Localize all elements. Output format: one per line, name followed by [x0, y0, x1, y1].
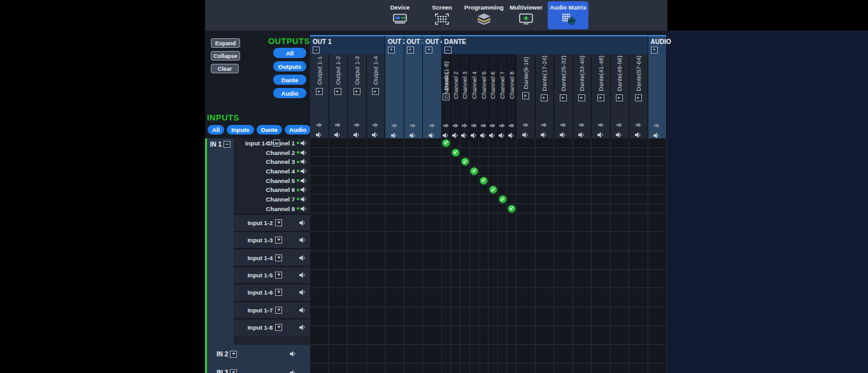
row-mute-speaker-icon[interactable]: [299, 237, 306, 243]
row-mute-speaker-icon[interactable]: [301, 150, 308, 156]
expand-box-icon[interactable]: +: [372, 88, 379, 95]
row-mute-speaker-icon[interactable]: [299, 255, 306, 261]
column-mute-speaker-icon[interactable]: [522, 132, 529, 138]
connection-check-icon[interactable]: ✓: [499, 195, 507, 203]
expand-box-icon[interactable]: +: [560, 94, 567, 101]
row-channel-4[interactable]: Channel 4: [234, 166, 310, 176]
inputs-filter-audio[interactable]: Audio: [285, 125, 311, 135]
row-group-in-2[interactable]: IN 2+: [205, 345, 310, 363]
column-header-channel-2[interactable]: Channel 2: [451, 54, 460, 138]
column-mute-speaker-icon[interactable]: [489, 133, 496, 138]
expand-box-icon[interactable]: +: [541, 94, 548, 101]
connection-check-icon[interactable]: ✓: [508, 205, 516, 213]
tab-programming[interactable]: Programming: [464, 1, 504, 29]
row-channel-6[interactable]: Channel 6: [234, 185, 310, 194]
expand-box-icon[interactable]: +: [651, 47, 658, 54]
column-header-dante-9-16-[interactable]: +Dante(9-16): [516, 54, 536, 138]
expand-box-icon[interactable]: +: [230, 351, 237, 358]
collapse-box-icon[interactable]: −: [445, 47, 452, 54]
row-input-1-4[interactable]: Input 1-4+: [234, 248, 310, 265]
connection-check-icon[interactable]: ✓: [452, 149, 460, 157]
row-channel-7[interactable]: Channel 7: [234, 194, 310, 204]
matrix-body[interactable]: ✓✓✓✓✓✓✓✓: [310, 138, 667, 373]
connection-check-icon[interactable]: ✓: [470, 167, 478, 175]
collapse-box-icon[interactable]: −: [313, 47, 320, 54]
row-mute-speaker-icon[interactable]: [299, 289, 306, 295]
expand-box-icon[interactable]: +: [275, 219, 282, 226]
column-mute-speaker-icon[interactable]: [452, 133, 459, 138]
row-mute-speaker-icon[interactable]: [301, 178, 308, 184]
column-header-channel-7[interactable]: Channel 7: [498, 54, 508, 138]
row-input-1-7[interactable]: Input 1-7+: [234, 301, 310, 318]
column-header-channel-8[interactable]: Channel 8: [507, 54, 516, 138]
expand-button[interactable]: Expand: [211, 38, 240, 48]
row-mute-speaker-icon[interactable]: [290, 351, 297, 357]
collapse-box-icon[interactable]: −: [443, 93, 450, 100]
column-group-header-out-2[interactable]: OUT 2+: [385, 35, 404, 54]
expand-box-icon[interactable]: +: [353, 88, 360, 95]
column-mute-speaker-icon[interactable]: [499, 133, 506, 138]
column-group-header-out-3[interactable]: OUT 3+: [404, 35, 423, 54]
collapse-box-icon[interactable]: −: [224, 141, 231, 148]
expand-box-icon[interactable]: +: [597, 94, 604, 101]
row-mute-speaker-icon[interactable]: [299, 307, 306, 313]
row-input-1-6[interactable]: Input 1-6+: [234, 283, 310, 300]
column-header-output-1-1[interactable]: +Output 1-1: [310, 54, 329, 138]
column-mute-speaker-icon[interactable]: [334, 132, 341, 138]
outputs-filter-outputs[interactable]: Outputs: [273, 61, 306, 71]
column-mute-speaker-icon[interactable]: [653, 133, 660, 138]
row-mute-speaker-icon[interactable]: [301, 187, 308, 193]
expand-box-icon[interactable]: +: [425, 47, 432, 54]
outputs-filter-audio[interactable]: Audio: [273, 88, 306, 98]
dante-subgroup-header[interactable]: −Dante(1-8): [442, 55, 452, 101]
row-channel-5[interactable]: Channel 5: [234, 176, 310, 186]
column-header-dante-33-40-[interactable]: +Dante(33-40): [573, 54, 592, 138]
inputs-filter-dante[interactable]: Dante: [257, 125, 282, 135]
expand-box-icon[interactable]: +: [578, 94, 585, 101]
column-header-channel-6[interactable]: Channel 6: [488, 54, 498, 138]
column-header[interactable]: [423, 54, 442, 138]
collapse-button[interactable]: Collapse: [211, 51, 240, 61]
column-header-dante-49-56-[interactable]: +Dante(49-56): [611, 54, 630, 138]
row-input-1-2[interactable]: Input 1-2+: [234, 214, 310, 231]
connection-check-icon[interactable]: ✓: [461, 157, 469, 166]
expand-box-icon[interactable]: +: [334, 88, 341, 95]
column-mute-speaker-icon[interactable]: [578, 132, 585, 138]
outputs-filter-all[interactable]: All: [273, 48, 306, 58]
column-mute-speaker-icon[interactable]: [443, 133, 450, 138]
row-mute-speaker-icon[interactable]: [290, 370, 297, 373]
column-header-channel-4[interactable]: Channel 4: [470, 54, 480, 138]
tab-multiviewer[interactable]: Multiviewer: [506, 1, 546, 29]
expand-box-icon[interactable]: +: [522, 92, 529, 99]
column-header[interactable]: [404, 54, 423, 138]
column-header-channel-3[interactable]: Channel 3: [460, 54, 470, 138]
expand-box-icon[interactable]: +: [275, 289, 282, 296]
tab-device[interactable]: Device: [380, 1, 420, 29]
expand-box-icon[interactable]: +: [275, 324, 282, 331]
expand-box-icon[interactable]: +: [635, 94, 642, 101]
row-mute-speaker-icon[interactable]: [301, 168, 308, 174]
column-header-dante-17-24-[interactable]: +Dante(17-24): [536, 54, 555, 138]
column-mute-speaker-icon[interactable]: [480, 133, 487, 138]
expand-box-icon[interactable]: +: [275, 307, 282, 314]
column-mute-speaker-icon[interactable]: [560, 132, 567, 138]
column-header-output-1-3[interactable]: +Output 1-3: [348, 54, 367, 138]
column-group-header-audio[interactable]: AUDIO+: [648, 35, 667, 54]
expand-box-icon[interactable]: +: [616, 94, 623, 101]
tab-screen[interactable]: Screen: [422, 1, 462, 29]
row-mute-speaker-icon[interactable]: [301, 159, 308, 165]
column-mute-speaker-icon[interactable]: [391, 133, 398, 138]
expand-box-icon[interactable]: +: [275, 272, 282, 279]
column-group-header-dante[interactable]: DANTE−: [442, 35, 648, 54]
column-header[interactable]: [648, 54, 667, 138]
clear-button[interactable]: Clear: [211, 64, 239, 73]
column-header-channel-5[interactable]: Channel 5: [479, 54, 488, 138]
expand-box-icon[interactable]: +: [388, 47, 395, 54]
column-mute-speaker-icon[interactable]: [541, 132, 548, 138]
row-group-in-3[interactable]: IN 3+: [205, 363, 310, 373]
connection-check-icon[interactable]: ✓: [442, 139, 450, 147]
row-mute-speaker-icon[interactable]: [301, 206, 308, 212]
row-input-1-3[interactable]: Input 1-3+: [234, 231, 310, 248]
outputs-filter-dante[interactable]: Dante: [273, 75, 306, 85]
column-mute-speaker-icon[interactable]: [316, 132, 323, 138]
